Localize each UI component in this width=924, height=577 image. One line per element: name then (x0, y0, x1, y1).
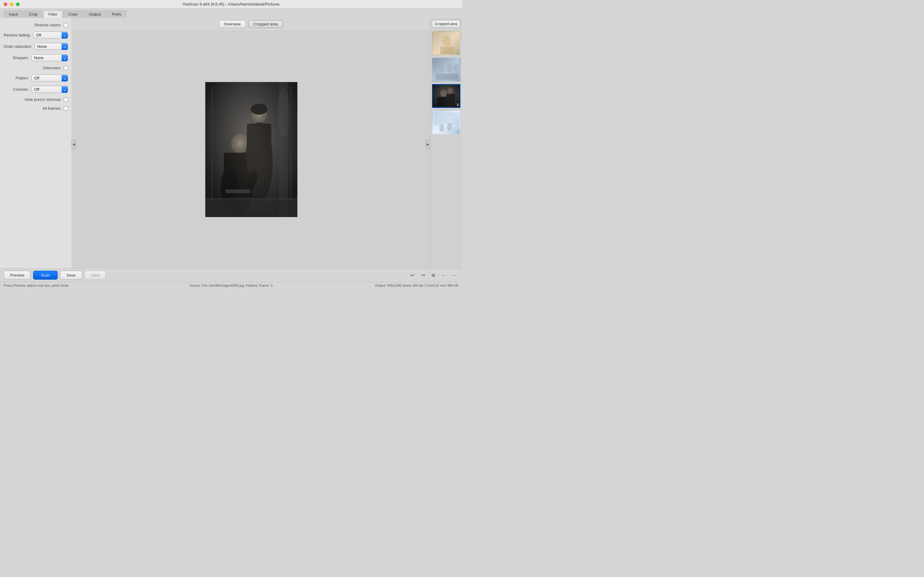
thumbnail-2[interactable]: 2 (432, 58, 460, 82)
thumb1-svg (433, 32, 460, 55)
thumbnail-1[interactable]: 1 (432, 31, 460, 55)
svg-point-23 (453, 64, 458, 71)
restore-fading-select[interactable]: Off Low Medium High (33, 32, 68, 39)
restore-colors-value (64, 23, 68, 27)
svg-point-32 (439, 124, 444, 132)
sharpen-select[interactable]: None Low Medium High (31, 54, 68, 61)
grain-reduction-value: None Low Medium High ⌄ (35, 43, 68, 50)
zoom-in-button[interactable]: ⊕ (429, 272, 438, 279)
hole-punch-value (64, 97, 68, 102)
minimize-button[interactable] (10, 2, 13, 6)
svg-rect-15 (205, 199, 297, 217)
svg-point-5 (221, 159, 254, 214)
titlebar: VueScan 9 a64 (9.8.45) - /Users/hamrickd… (0, 0, 462, 8)
thumb3-svg (433, 85, 460, 108)
hole-punch-checkbox[interactable] (64, 97, 68, 102)
tab-color[interactable]: Color (63, 10, 83, 18)
all-frames-value (64, 106, 68, 111)
portrait-svg (205, 82, 297, 217)
tab-input[interactable]: Input (4, 10, 23, 18)
scan-button[interactable]: Scan (33, 271, 58, 280)
thumb3-number: 3 (457, 103, 459, 107)
grain-reduction-label: Grain reduction: (4, 44, 32, 49)
preview-button[interactable]: Preview (4, 271, 31, 280)
flatten-value: Off Low Medium High ⌄ (31, 74, 68, 82)
tab-output[interactable]: Output (84, 10, 106, 18)
tab-prefs[interactable]: Prefs (107, 10, 126, 18)
image-area (72, 31, 430, 268)
redo-button[interactable]: ↪ (419, 272, 427, 279)
flatten-label: Flatten: (16, 76, 29, 80)
colorize-label: Colorize: (13, 87, 29, 92)
svg-rect-19 (440, 47, 453, 54)
colorize-row: Colorize: Off Low Medium High ⌄ (4, 86, 68, 93)
svg-point-8 (251, 106, 267, 123)
thumbnail-3[interactable]: 3 (432, 84, 460, 108)
overview-button[interactable]: Overview (219, 20, 246, 28)
restore-fading-value: Off Low Medium High ⌄ (33, 32, 68, 39)
right-cropped-area-button[interactable]: Cropped area (432, 20, 460, 27)
status-output: Output: 938x1382 pixels 300 dpi 3.13x4.6… (311, 284, 458, 287)
svg-point-12 (227, 169, 240, 192)
colorize-select[interactable]: Off Low Medium High (31, 86, 68, 93)
window-controls (4, 2, 19, 6)
descreen-label: Descreen: (43, 66, 61, 70)
svg-rect-28 (437, 97, 446, 106)
svg-rect-29 (446, 94, 455, 106)
status-hint: Press Preview, adjust crop box, press Sc… (4, 284, 151, 287)
descreen-value (64, 66, 68, 70)
restore-colors-checkbox[interactable] (64, 23, 68, 27)
center-panel: Overview Cropped area (72, 18, 430, 268)
svg-rect-1 (211, 88, 213, 205)
cropped-area-button[interactable]: Cropped area (248, 20, 283, 28)
thumb4-svg (433, 111, 460, 134)
right-expand-button[interactable]: ▶ (425, 140, 430, 149)
svg-rect-16 (205, 198, 297, 199)
tab-bar: Input Crop Filter Color Output Prefs (0, 8, 462, 18)
thumb2-svg (433, 58, 460, 82)
zoom-fit-right-button[interactable]: → (450, 272, 458, 279)
thumbnail-4[interactable]: 4 (432, 110, 460, 134)
sharpen-value: None Low Medium High ⌄ (31, 54, 68, 61)
svg-rect-0 (205, 82, 297, 217)
undo-button[interactable]: ↩ (408, 272, 417, 279)
svg-point-21 (439, 65, 445, 73)
close-button[interactable] (4, 2, 7, 6)
zoom-fit-left-button[interactable]: ← (439, 272, 448, 279)
grain-reduction-select[interactable]: None Low Medium High (35, 43, 68, 50)
svg-point-22 (446, 64, 452, 73)
svg-point-6 (245, 122, 273, 202)
svg-point-26 (440, 90, 446, 97)
svg-point-9 (251, 104, 267, 114)
svg-rect-24 (436, 74, 458, 80)
view-button: View (85, 271, 106, 280)
colorize-value: Off Low Medium High ⌄ (31, 86, 68, 93)
flatten-row: Flatten: Off Low Medium High ⌄ (4, 74, 68, 82)
bottom-right-controls: ↩ ↪ ⊕ ← → (408, 272, 458, 279)
descreen-row: Descreen: (4, 66, 68, 70)
descreen-checkbox[interactable] (64, 66, 68, 70)
bottom-toolbar: Preview Scan Save View ↩ ↪ ⊕ ← → (0, 268, 462, 282)
svg-rect-10 (224, 153, 251, 196)
svg-rect-3 (279, 82, 288, 217)
all-frames-row: All frames: (4, 106, 68, 111)
maximize-button[interactable] (16, 2, 19, 6)
filter-panel: Restore colors: Restore fading: Off Low … (0, 18, 72, 268)
all-frames-checkbox[interactable] (64, 106, 68, 111)
restore-fading-row: Restore fading: Off Low Medium High ⌄ (4, 32, 68, 39)
restore-colors-row: Restore colors: (4, 23, 68, 27)
tab-crop[interactable]: Crop (24, 10, 43, 18)
save-button[interactable]: Save (60, 271, 82, 280)
grain-reduction-row: Grain reduction: None Low Medium High ⌄ (4, 43, 68, 50)
flatten-select[interactable]: Off Low Medium High (31, 74, 68, 82)
restore-fading-label: Restore fading: (4, 33, 31, 37)
hole-punch-row: Hole punch removal: (4, 97, 68, 102)
svg-point-18 (442, 35, 451, 47)
svg-point-4 (277, 88, 290, 137)
tab-filter[interactable]: Filter (43, 10, 63, 18)
content-area: Restore colors: Restore fading: Off Low … (0, 18, 462, 268)
window-title: VueScan 9 a64 (9.8.45) - /Users/hamrickd… (182, 2, 280, 6)
panel-collapse-button[interactable]: ◀ (71, 140, 76, 149)
svg-rect-2 (290, 88, 291, 205)
status-bar: Press Preview, adjust crop box, press Sc… (0, 282, 462, 288)
